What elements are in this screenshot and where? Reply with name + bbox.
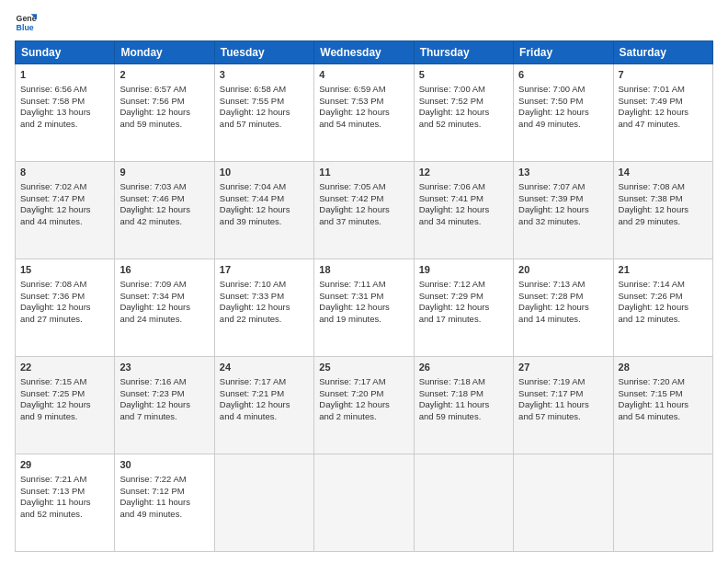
calendar-cell: 23Sunrise: 7:16 AM Sunset: 7:23 PM Dayli… — [115, 357, 214, 454]
calendar-cell: 26Sunrise: 7:18 AM Sunset: 7:18 PM Dayli… — [414, 357, 513, 454]
calendar-table: SundayMondayTuesdayWednesdayThursdayFrid… — [15, 40, 713, 552]
day-info: Sunrise: 7:08 AM Sunset: 7:36 PM Dayligh… — [20, 279, 109, 326]
calendar-cell: 12Sunrise: 7:06 AM Sunset: 7:41 PM Dayli… — [414, 162, 513, 259]
day-info: Sunrise: 7:20 AM Sunset: 7:15 PM Dayligh… — [619, 376, 708, 423]
calendar-cell: 25Sunrise: 7:17 AM Sunset: 7:20 PM Dayli… — [314, 357, 414, 454]
day-info: Sunrise: 7:13 AM Sunset: 7:28 PM Dayligh… — [518, 279, 608, 326]
day-info: Sunrise: 6:59 AM Sunset: 7:53 PM Dayligh… — [319, 84, 408, 131]
day-info: Sunrise: 7:16 AM Sunset: 7:23 PM Dayligh… — [119, 376, 209, 423]
calendar-cell: 19Sunrise: 7:12 AM Sunset: 7:29 PM Dayli… — [414, 259, 513, 357]
calendar-cell: 11Sunrise: 7:05 AM Sunset: 7:42 PM Dayli… — [314, 162, 414, 259]
calendar-cell: 22Sunrise: 7:15 AM Sunset: 7:25 PM Dayli… — [16, 357, 115, 454]
day-info: Sunrise: 7:00 AM Sunset: 7:50 PM Dayligh… — [518, 84, 608, 131]
logo-icon: General Blue — [15, 11, 37, 33]
day-info: Sunrise: 7:04 AM Sunset: 7:44 PM Dayligh… — [220, 181, 309, 228]
day-info: Sunrise: 6:58 AM Sunset: 7:55 PM Dayligh… — [220, 84, 309, 131]
calendar-cell — [314, 454, 414, 552]
calendar-cell: 29Sunrise: 7:21 AM Sunset: 7:13 PM Dayli… — [16, 454, 115, 552]
svg-text:Blue: Blue — [17, 23, 34, 32]
weekday-header: Tuesday — [214, 41, 313, 64]
day-number: 27 — [518, 361, 608, 374]
calendar-cell: 1Sunrise: 6:56 AM Sunset: 7:58 PM Daylig… — [16, 64, 115, 162]
day-number: 15 — [20, 263, 109, 277]
day-number: 17 — [220, 263, 309, 277]
day-info: Sunrise: 7:17 AM Sunset: 7:20 PM Dayligh… — [319, 376, 408, 423]
day-number: 20 — [518, 263, 608, 277]
calendar-cell: 16Sunrise: 7:09 AM Sunset: 7:34 PM Dayli… — [115, 259, 214, 357]
day-number: 28 — [619, 361, 708, 374]
day-number: 7 — [619, 68, 708, 82]
day-number: 26 — [419, 361, 508, 374]
day-info: Sunrise: 7:02 AM Sunset: 7:47 PM Dayligh… — [20, 181, 109, 228]
day-number: 14 — [619, 166, 708, 179]
day-info: Sunrise: 7:00 AM Sunset: 7:52 PM Dayligh… — [419, 84, 508, 131]
calendar-cell: 30Sunrise: 7:22 AM Sunset: 7:12 PM Dayli… — [115, 454, 214, 552]
weekday-header: Friday — [514, 41, 613, 64]
day-info: Sunrise: 7:07 AM Sunset: 7:39 PM Dayligh… — [518, 181, 608, 228]
day-info: Sunrise: 6:57 AM Sunset: 7:56 PM Dayligh… — [119, 84, 209, 131]
day-info: Sunrise: 7:21 AM Sunset: 7:13 PM Dayligh… — [20, 474, 109, 521]
day-info: Sunrise: 7:17 AM Sunset: 7:21 PM Dayligh… — [220, 376, 309, 423]
weekday-header: Wednesday — [314, 41, 414, 64]
day-number: 4 — [319, 68, 408, 82]
calendar-cell: 5Sunrise: 7:00 AM Sunset: 7:52 PM Daylig… — [414, 64, 513, 162]
day-number: 23 — [119, 361, 209, 374]
page-header: General Blue — [15, 11, 713, 33]
day-number: 21 — [619, 263, 708, 277]
calendar-cell: 20Sunrise: 7:13 AM Sunset: 7:28 PM Dayli… — [514, 259, 613, 357]
day-info: Sunrise: 7:09 AM Sunset: 7:34 PM Dayligh… — [119, 279, 209, 326]
day-info: Sunrise: 7:05 AM Sunset: 7:42 PM Dayligh… — [319, 181, 408, 228]
day-number: 24 — [220, 361, 309, 374]
day-number: 10 — [220, 166, 309, 179]
day-info: Sunrise: 6:56 AM Sunset: 7:58 PM Dayligh… — [20, 84, 109, 131]
day-number: 3 — [220, 68, 309, 82]
logo: General Blue — [15, 11, 39, 33]
day-number: 18 — [319, 263, 408, 277]
calendar-cell: 14Sunrise: 7:08 AM Sunset: 7:38 PM Dayli… — [613, 162, 712, 259]
calendar-cell: 28Sunrise: 7:20 AM Sunset: 7:15 PM Dayli… — [613, 357, 712, 454]
calendar-cell: 27Sunrise: 7:19 AM Sunset: 7:17 PM Dayli… — [514, 357, 613, 454]
day-number: 5 — [419, 68, 508, 82]
day-number: 25 — [319, 361, 408, 374]
weekday-header: Saturday — [613, 41, 712, 64]
calendar-cell: 4Sunrise: 6:59 AM Sunset: 7:53 PM Daylig… — [314, 64, 414, 162]
weekday-header: Thursday — [414, 41, 513, 64]
day-info: Sunrise: 7:19 AM Sunset: 7:17 PM Dayligh… — [518, 376, 608, 423]
calendar-cell — [613, 454, 712, 552]
day-info: Sunrise: 7:18 AM Sunset: 7:18 PM Dayligh… — [419, 376, 508, 423]
calendar-cell: 18Sunrise: 7:11 AM Sunset: 7:31 PM Dayli… — [314, 259, 414, 357]
calendar-cell: 24Sunrise: 7:17 AM Sunset: 7:21 PM Dayli… — [214, 357, 313, 454]
calendar-cell: 9Sunrise: 7:03 AM Sunset: 7:46 PM Daylig… — [115, 162, 214, 259]
day-info: Sunrise: 7:11 AM Sunset: 7:31 PM Dayligh… — [319, 279, 408, 326]
day-number: 9 — [119, 166, 209, 179]
day-info: Sunrise: 7:01 AM Sunset: 7:49 PM Dayligh… — [619, 84, 708, 131]
calendar-cell: 3Sunrise: 6:58 AM Sunset: 7:55 PM Daylig… — [214, 64, 313, 162]
calendar-cell: 21Sunrise: 7:14 AM Sunset: 7:26 PM Dayli… — [613, 259, 712, 357]
day-number: 12 — [419, 166, 508, 179]
calendar-cell: 13Sunrise: 7:07 AM Sunset: 7:39 PM Dayli… — [514, 162, 613, 259]
day-number: 16 — [119, 263, 209, 277]
day-number: 19 — [419, 263, 508, 277]
day-number: 22 — [20, 361, 109, 374]
day-info: Sunrise: 7:22 AM Sunset: 7:12 PM Dayligh… — [119, 474, 209, 521]
day-number: 13 — [518, 166, 608, 179]
calendar-cell: 17Sunrise: 7:10 AM Sunset: 7:33 PM Dayli… — [214, 259, 313, 357]
day-number: 2 — [119, 68, 209, 82]
calendar-cell — [414, 454, 513, 552]
day-info: Sunrise: 7:06 AM Sunset: 7:41 PM Dayligh… — [419, 181, 508, 228]
calendar-cell — [514, 454, 613, 552]
day-number: 29 — [20, 458, 109, 472]
weekday-header: Monday — [115, 41, 214, 64]
calendar-cell: 7Sunrise: 7:01 AM Sunset: 7:49 PM Daylig… — [613, 64, 712, 162]
weekday-header: Sunday — [16, 41, 115, 64]
calendar-cell — [214, 454, 313, 552]
calendar-cell: 10Sunrise: 7:04 AM Sunset: 7:44 PM Dayli… — [214, 162, 313, 259]
day-number: 1 — [20, 68, 109, 82]
day-info: Sunrise: 7:15 AM Sunset: 7:25 PM Dayligh… — [20, 376, 109, 423]
day-number: 30 — [119, 458, 209, 472]
day-number: 11 — [319, 166, 408, 179]
day-number: 6 — [518, 68, 608, 82]
calendar-cell: 2Sunrise: 6:57 AM Sunset: 7:56 PM Daylig… — [115, 64, 214, 162]
calendar-cell: 8Sunrise: 7:02 AM Sunset: 7:47 PM Daylig… — [16, 162, 115, 259]
day-number: 8 — [20, 166, 109, 179]
